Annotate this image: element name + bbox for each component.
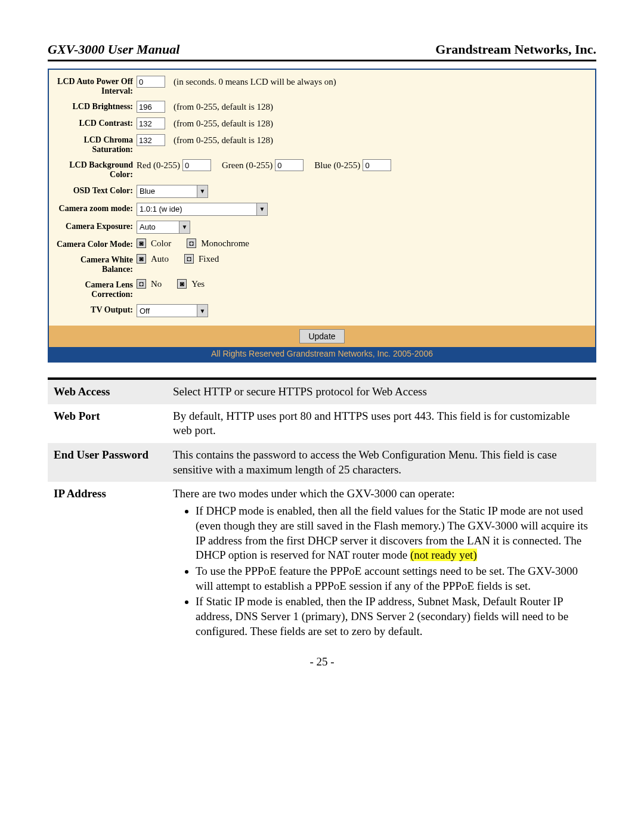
label-lcd-auto-power: LCD Auto Power Off Interval: bbox=[56, 76, 137, 96]
label-camera-wb: Camera White Balance: bbox=[56, 254, 137, 274]
term-end-user: End User Password bbox=[48, 443, 167, 482]
input-lcd-contrast[interactable] bbox=[137, 117, 165, 129]
radio-color-mode-mono[interactable]: ◘ bbox=[187, 239, 196, 248]
row-ip-address: IP Address There are two modes under whi… bbox=[48, 482, 596, 646]
radio-label-lens-yes: Yes bbox=[191, 279, 205, 289]
label-bg-red: Red (0-255) bbox=[137, 160, 180, 171]
label-camera-color-mode: Camera Color Mode: bbox=[56, 239, 137, 249]
hint-lcd-contrast: (from 0-255, default is 128) bbox=[174, 119, 273, 129]
input-lcd-brightness[interactable] bbox=[137, 101, 165, 113]
radio-label-wb-fixed: Fixed bbox=[199, 254, 219, 264]
doc-title-left: GXV-3000 User Manual bbox=[48, 42, 179, 57]
ip-intro: There are two modes under which the GXV-… bbox=[173, 487, 455, 500]
radio-label-color: Color bbox=[151, 239, 171, 249]
label-lcd-chroma: LCD Chroma Saturation: bbox=[56, 134, 137, 154]
select-osd-text-color-value: Blue bbox=[140, 187, 155, 196]
chevron-down-icon: ▼ bbox=[179, 221, 190, 233]
input-bg-green[interactable] bbox=[275, 159, 304, 171]
chevron-down-icon: ▼ bbox=[197, 305, 208, 317]
copyright-bar: All Rights Reserved Grandstream Networks… bbox=[49, 347, 595, 361]
text-end-user: This contains the password to access the… bbox=[167, 443, 596, 482]
ip-bullet-1: If DHCP mode is enabled, then all the fi… bbox=[196, 504, 590, 563]
radio-wb-auto[interactable]: ◙ bbox=[137, 254, 146, 264]
label-lcd-brightness: LCD Brightness: bbox=[56, 101, 137, 112]
label-lcd-bg: LCD Background Color: bbox=[56, 159, 137, 179]
radio-label-lens-no: No bbox=[151, 279, 162, 289]
text-ip-address: There are two modes under which the GXV-… bbox=[167, 482, 596, 646]
doc-title-right: Grandstream Networks, Inc. bbox=[435, 42, 596, 57]
label-camera-lens: Camera Lens Correction: bbox=[56, 279, 137, 299]
text-web-port: By default, HTTP uses port 80 and HTTPS … bbox=[167, 404, 596, 443]
page-number: - 25 - bbox=[48, 655, 596, 668]
input-bg-blue[interactable] bbox=[363, 159, 391, 171]
input-lcd-chroma[interactable] bbox=[137, 134, 165, 146]
select-osd-text-color[interactable]: Blue ▼ bbox=[137, 185, 208, 198]
label-camera-zoom: Camera zoom mode: bbox=[56, 203, 137, 213]
label-osd-text-color: OSD Text Color: bbox=[56, 185, 137, 196]
radio-wb-fixed[interactable]: ◘ bbox=[184, 254, 194, 264]
term-web-port: Web Port bbox=[48, 404, 167, 443]
hint-lcd-chroma: (from 0-255, default is 128) bbox=[174, 135, 273, 145]
update-bar: Update bbox=[49, 326, 595, 347]
ip-b1-text: If DHCP mode is enabled, then all the fi… bbox=[196, 504, 588, 561]
select-tv-output-value: Off bbox=[140, 306, 150, 315]
select-camera-exposure[interactable]: Auto ▼ bbox=[137, 221, 190, 234]
hint-lcd-brightness: (from 0-255, default is 128) bbox=[174, 102, 273, 112]
ip-bullet-3: If Static IP mode is enabled, then the I… bbox=[196, 594, 590, 639]
update-button[interactable]: Update bbox=[299, 329, 344, 343]
chevron-down-icon: ▼ bbox=[256, 203, 267, 215]
row-web-port: Web Port By default, HTTP uses port 80 a… bbox=[48, 404, 596, 443]
hint-lcd-auto-power: (in seconds. 0 means LCD will be always … bbox=[174, 77, 336, 87]
select-tv-output[interactable]: Off ▼ bbox=[137, 304, 208, 317]
ip-bullet-2: To use the PPPoE feature the PPPoE accou… bbox=[196, 564, 590, 593]
description-table: Web Access Select HTTP or secure HTTPS p… bbox=[48, 380, 596, 646]
ip-b1-highlight: (not ready yet) bbox=[410, 549, 477, 561]
chevron-down-icon: ▼ bbox=[197, 185, 208, 197]
label-lcd-contrast: LCD Contrast: bbox=[56, 117, 137, 128]
header-rule bbox=[48, 60, 596, 61]
term-web-access: Web Access bbox=[48, 380, 167, 404]
select-camera-exposure-value: Auto bbox=[140, 222, 156, 231]
row-web-access: Web Access Select HTTP or secure HTTPS p… bbox=[48, 380, 596, 404]
select-camera-zoom[interactable]: 1.0:1 (w ide) ▼ bbox=[137, 203, 268, 216]
select-camera-zoom-value: 1.0:1 (w ide) bbox=[140, 205, 182, 213]
text-web-access: Select HTTP or secure HTTPS protocol for… bbox=[167, 380, 596, 404]
row-end-user: End User Password This contains the pass… bbox=[48, 443, 596, 482]
label-bg-green: Green (0-255) bbox=[222, 160, 273, 171]
label-bg-blue: Blue (0-255) bbox=[314, 160, 360, 171]
radio-lens-no[interactable]: ◘ bbox=[137, 279, 146, 289]
input-bg-red[interactable] bbox=[182, 159, 211, 171]
radio-label-mono: Monochrome bbox=[201, 239, 249, 249]
radio-color-mode-color[interactable]: ◙ bbox=[137, 239, 146, 248]
radio-lens-yes[interactable]: ◙ bbox=[177, 279, 187, 289]
config-screenshot: LCD Auto Power Off Interval: (in seconds… bbox=[48, 69, 596, 363]
input-lcd-auto-power[interactable] bbox=[137, 76, 165, 88]
label-camera-exposure: Camera Exposure: bbox=[56, 221, 137, 231]
label-tv-output: TV Output: bbox=[56, 304, 137, 315]
radio-label-wb-auto: Auto bbox=[151, 254, 169, 264]
term-ip-address: IP Address bbox=[48, 482, 167, 646]
